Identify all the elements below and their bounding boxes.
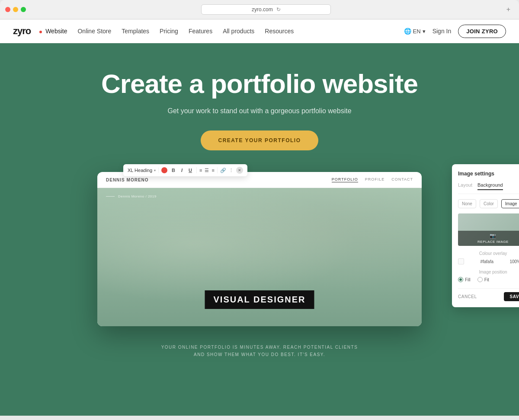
preview-brand-name: DENNIS MORENO — [106, 178, 149, 182]
hero-tagline: YOUR ONLINE PORTFOLIO IS MINUTES AWAY. R… — [9, 326, 510, 367]
fullscreen-window-button[interactable] — [21, 7, 26, 12]
background-options: None Color Image — [458, 199, 519, 208]
image-settings-panel: Image settings × Layout Background None … — [452, 164, 519, 307]
hero-subtitle: Get your work to stand out with a gorgeo… — [9, 107, 510, 115]
panel-tabs: Layout Background — [458, 182, 519, 194]
colour-overlay-row: #fafafa 100% 👁 — [458, 258, 519, 264]
url-bar[interactable]: zyro.com ↻ — [201, 4, 331, 15]
radio-fit-circle — [477, 277, 483, 282]
preview-caption: Dennis Moreno / 2019 — [106, 194, 157, 198]
image-preview: 📷 REPLACE IMAGE — [458, 213, 519, 246]
link-icon[interactable]: 🔗 — [220, 168, 226, 173]
traffic-lights — [5, 7, 26, 12]
tab-layout[interactable]: Layout — [458, 182, 472, 190]
color-picker-dot[interactable] — [161, 167, 167, 173]
preview-nav-links: PORTFOLIO PROFILE CONTACT — [332, 177, 413, 182]
website-content: zyro Website Online Store Templates Pric… — [0, 19, 519, 416]
align-right-icon[interactable]: ≡ — [211, 168, 214, 173]
caption-line — [106, 196, 115, 197]
reload-icon[interactable]: ↻ — [276, 6, 281, 13]
replace-image-button[interactable]: 📷 REPLACE IMAGE — [458, 231, 519, 246]
cancel-button[interactable]: CANCEL — [458, 294, 477, 299]
website-preview-window: DENNIS MORENO PORTFOLIO PROFILE CONTACT … — [97, 172, 422, 326]
site-logo[interactable]: zyro — [13, 25, 31, 37]
align-left-icon[interactable]: ≡ — [199, 168, 202, 173]
option-image[interactable]: Image — [501, 199, 519, 208]
save-button[interactable]: SAVE — [504, 292, 519, 301]
radio-fill-inner — [459, 278, 462, 281]
underline-button[interactable]: U — [187, 167, 194, 174]
color-hex-value[interactable]: #fafafa — [467, 259, 507, 264]
cta-button[interactable]: CREATE YOUR PORTFOLIO — [201, 130, 318, 150]
italic-button[interactable]: I — [179, 167, 184, 174]
panel-title: Image settings — [458, 171, 494, 177]
designer-label: VISUAL DESIGNER — [205, 290, 314, 309]
url-text: zyro.com — [252, 6, 273, 13]
align-center-icon[interactable]: ☰ — [205, 168, 209, 173]
option-none[interactable]: None — [458, 199, 476, 208]
hero-title: Create a portfolio website — [9, 69, 510, 99]
color-swatch[interactable] — [458, 258, 464, 264]
radio-fill[interactable]: Fill — [458, 277, 471, 282]
toolbar-close-button[interactable]: ✕ — [236, 167, 243, 174]
editor-mockup: XL Heading ▾ B I U ≡ ☰ ≡ 🔗 ⋮ ✕ Image set — [97, 172, 422, 326]
nav-links: Website Online Store Templates Pricing F… — [39, 28, 404, 35]
close-window-button[interactable] — [5, 7, 10, 12]
nav-link-online-store[interactable]: Online Store — [77, 28, 111, 35]
panel-header: Image settings × — [458, 170, 519, 177]
active-dot — [39, 31, 42, 33]
nav-link-website[interactable]: Website — [39, 28, 67, 35]
nav-link-all-products[interactable]: All products — [223, 28, 254, 35]
language-selector[interactable]: 🌐 EN ▾ — [404, 28, 426, 35]
image-position-options: Fill Fit — [458, 277, 519, 282]
nav-link-resources[interactable]: Resources — [265, 28, 294, 35]
text-formatting-toolbar: XL Heading ▾ B I U ≡ ☰ ≡ 🔗 ⋮ ✕ — [123, 164, 247, 176]
sign-in-link[interactable]: Sign In — [432, 28, 452, 35]
text-style-selector[interactable]: XL Heading ▾ — [128, 168, 159, 173]
browser-chrome: zyro.com ↻ + — [0, 0, 519, 19]
nav-right: 🌐 EN ▾ Sign In JOIN ZYRO — [404, 25, 506, 38]
preview-nav-portfolio: PORTFOLIO — [332, 177, 358, 182]
preview-nav-profile: PROFILE — [365, 177, 385, 182]
more-options-icon[interactable]: ⋮ — [229, 168, 234, 173]
nav-link-pricing[interactable]: Pricing — [160, 28, 178, 35]
caption-text: Dennis Moreno / 2019 — [118, 194, 157, 198]
nav-link-features[interactable]: Features — [189, 28, 212, 35]
browser-address-bar: zyro.com ↻ — [29, 4, 503, 15]
new-tab-button[interactable]: + — [506, 6, 514, 13]
panel-footer: CANCEL SAVE — [458, 288, 519, 301]
option-color[interactable]: Color — [480, 199, 498, 208]
radio-fill-circle — [458, 277, 463, 282]
globe-icon: 🌐 — [404, 28, 411, 35]
chevron-down-icon: ▾ — [154, 169, 156, 172]
hero-section: Create a portfolio website Get your work… — [0, 43, 519, 416]
colour-overlay-label: Colour overlay — [458, 251, 519, 256]
color-opacity-value[interactable]: 100% — [509, 259, 519, 264]
toolbar-divider-2 — [217, 167, 218, 173]
join-button[interactable]: JOIN ZYRO — [458, 25, 506, 38]
preview-hero-image: Dennis Moreno / 2019 VISUAL DESIGNER — [97, 188, 422, 326]
radio-fit[interactable]: Fit — [477, 277, 489, 282]
main-nav: zyro Website Online Store Templates Pric… — [0, 19, 519, 43]
chevron-down-icon: ▾ — [423, 28, 426, 35]
toolbar-divider — [196, 167, 197, 173]
preview-nav-contact: CONTACT — [391, 177, 413, 182]
browser-titlebar: zyro.com ↻ + — [0, 4, 519, 19]
tab-background[interactable]: Background — [477, 182, 503, 190]
bold-button[interactable]: B — [170, 167, 177, 174]
minimize-window-button[interactable] — [13, 7, 18, 12]
image-position-label: Image position — [458, 270, 519, 274]
nav-link-templates[interactable]: Templates — [122, 28, 149, 35]
camera-icon: 📷 — [490, 233, 497, 239]
